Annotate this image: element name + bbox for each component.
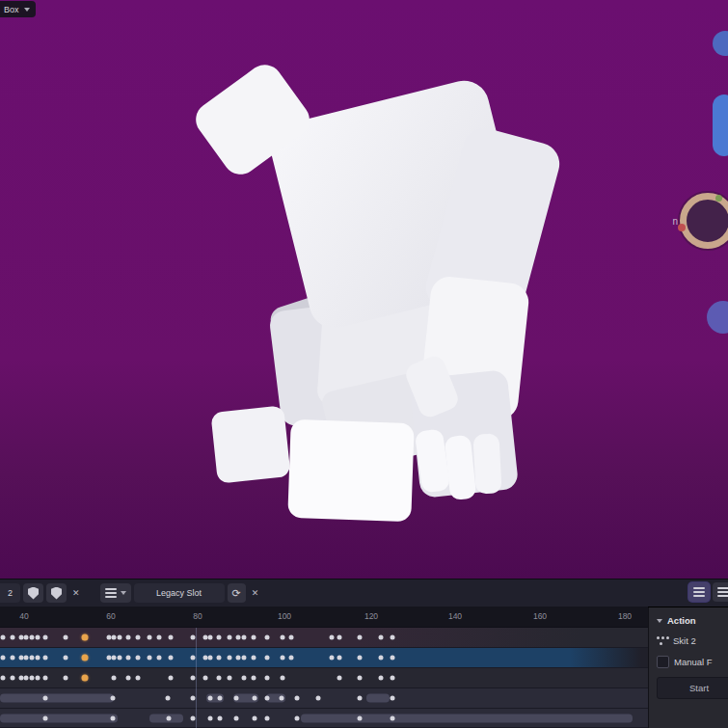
- keyframe[interactable]: [236, 635, 241, 640]
- keyframe[interactable]: [191, 696, 196, 701]
- keyframe[interactable]: [265, 676, 270, 681]
- character-model[interactable]: [0, 0, 728, 579]
- keyframe[interactable]: [136, 676, 141, 681]
- keyframe[interactable]: [208, 715, 213, 720]
- keyframe[interactable]: [191, 676, 196, 681]
- slot-browse-dropdown[interactable]: [100, 583, 131, 603]
- keyframe[interactable]: [24, 635, 29, 640]
- keyframe[interactable]: [379, 635, 384, 640]
- keyframe[interactable]: [234, 715, 239, 720]
- keyframe-row-channel-4[interactable]: [0, 688, 648, 709]
- keyframe[interactable]: [11, 635, 15, 640]
- keyframe[interactable]: [253, 715, 257, 720]
- keyframe[interactable]: [358, 676, 363, 681]
- hold-bar[interactable]: [301, 714, 633, 722]
- 3d-viewport[interactable]: Box n: [0, 0, 728, 579]
- keyframe[interactable]: [234, 696, 239, 701]
- overflow-button[interactable]: [713, 582, 728, 602]
- keyframe[interactable]: [148, 635, 152, 640]
- keyframe[interactable]: [289, 656, 294, 661]
- keyframe[interactable]: [242, 676, 247, 681]
- keyframe[interactable]: [126, 635, 131, 640]
- keyframe[interactable]: [11, 676, 15, 681]
- keyframe[interactable]: [228, 635, 232, 640]
- keyframe[interactable]: [191, 656, 196, 661]
- navigation-gizmo[interactable]: [680, 193, 728, 249]
- keyframe[interactable]: [126, 676, 131, 681]
- keyframe[interactable]: [265, 635, 270, 640]
- keyframe[interactable]: [391, 656, 395, 661]
- keyframe[interactable]: [157, 635, 162, 640]
- keyframe[interactable]: [169, 676, 174, 681]
- keyframe[interactable]: [136, 656, 141, 661]
- keyframe[interactable]: [169, 656, 174, 661]
- slot-refresh-button[interactable]: ⟳: [228, 583, 246, 603]
- keyframe[interactable]: [330, 635, 335, 640]
- keyframe[interactable]: [111, 715, 116, 720]
- slot-name-field[interactable]: Legacy Slot: [134, 583, 225, 603]
- keyframe[interactable]: [265, 715, 270, 720]
- action-datablock-selector[interactable]: Skit 2: [649, 626, 728, 646]
- axis-y-dot[interactable]: [715, 195, 722, 202]
- keyframe[interactable]: [217, 676, 222, 681]
- manual-frame-range-row[interactable]: Manual F: [649, 646, 728, 668]
- slot-unlink-button[interactable]: ✕: [248, 588, 263, 598]
- keyframe[interactable]: [43, 656, 48, 661]
- keyframe-selected[interactable]: [82, 634, 89, 641]
- keyframe[interactable]: [11, 656, 15, 661]
- keyframe[interactable]: [252, 676, 256, 681]
- keyframe[interactable]: [391, 715, 395, 720]
- playhead-line[interactable]: [196, 628, 197, 728]
- keyframe[interactable]: [391, 635, 395, 640]
- keyframe[interactable]: [157, 656, 162, 661]
- keyframe[interactable]: [208, 635, 213, 640]
- keyframe[interactable]: [391, 696, 395, 701]
- keyframe[interactable]: [24, 676, 29, 681]
- keyframe-row-channel-1[interactable]: [0, 628, 648, 648]
- keyframe[interactable]: [358, 635, 363, 640]
- keyframe[interactable]: [265, 696, 270, 701]
- keyframe-row-channel-2-selected[interactable]: [0, 648, 648, 668]
- keyframe[interactable]: [289, 635, 294, 640]
- keyframe[interactable]: [280, 696, 284, 701]
- keyframe[interactable]: [30, 656, 35, 661]
- keyframe[interactable]: [337, 635, 342, 640]
- keyframe[interactable]: [358, 656, 363, 661]
- keyframe-row-channel-5[interactable]: [0, 709, 648, 728]
- keyframe[interactable]: [64, 676, 68, 681]
- keyframe[interactable]: [1, 656, 6, 661]
- keyframe[interactable]: [191, 715, 196, 720]
- keyframe[interactable]: [111, 696, 116, 701]
- keyframe[interactable]: [281, 656, 285, 661]
- keyframe[interactable]: [43, 715, 48, 720]
- keyframe[interactable]: [252, 656, 256, 661]
- keyframe[interactable]: [166, 696, 171, 701]
- keyframe[interactable]: [167, 715, 172, 720]
- keyframe[interactable]: [148, 656, 152, 661]
- keyframe[interactable]: [64, 656, 68, 661]
- dopesheet-keyframe-area[interactable]: [0, 628, 648, 728]
- keyframe[interactable]: [36, 676, 40, 681]
- keyframe[interactable]: [217, 656, 222, 661]
- keyframe[interactable]: [253, 696, 257, 701]
- panel-collapse-chevron-icon[interactable]: [657, 619, 662, 623]
- hold-bar[interactable]: [0, 694, 114, 703]
- manual-frame-range-checkbox[interactable]: [657, 656, 669, 668]
- keyframe[interactable]: [136, 635, 141, 640]
- panel-menu-button[interactable]: [688, 582, 710, 602]
- move-gizmo-icon[interactable]: [713, 94, 728, 156]
- keyframe[interactable]: [337, 656, 342, 661]
- keyframe[interactable]: [281, 635, 285, 640]
- fake-user-shield-button[interactable]: [23, 583, 43, 603]
- hold-bar[interactable]: [366, 694, 390, 703]
- keyframe[interactable]: [228, 656, 232, 661]
- keyframe[interactable]: [118, 635, 122, 640]
- keyframe[interactable]: [30, 635, 35, 640]
- keyframe-row-channel-3[interactable]: [0, 668, 648, 688]
- keyframe[interactable]: [379, 676, 384, 681]
- keyframe[interactable]: [1, 635, 6, 640]
- keyframe[interactable]: [281, 676, 285, 681]
- keyframe[interactable]: [169, 635, 174, 640]
- keyframe[interactable]: [203, 676, 208, 681]
- keyframe[interactable]: [330, 656, 335, 661]
